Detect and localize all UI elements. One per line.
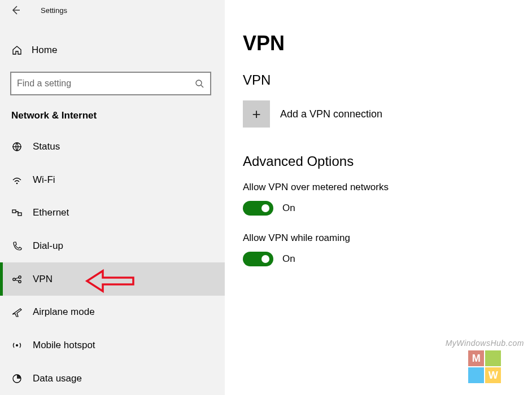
add-vpn-label: Add a VPN connection — [270, 108, 382, 120]
sub-title: VPN — [243, 72, 532, 88]
toggle-roaming-state: On — [273, 253, 295, 265]
svg-rect-5 — [12, 210, 16, 213]
svg-point-12 — [16, 344, 18, 346]
airplane-icon — [11, 306, 27, 318]
plus-icon: + — [243, 100, 270, 128]
toggle-metered-state: On — [273, 203, 295, 214]
nav-ethernet[interactable]: Ethernet — [0, 196, 225, 230]
nav-wifi[interactable]: Wi-Fi — [0, 163, 225, 196]
section-header: Network & Internet — [0, 95, 225, 130]
opt-roaming-label: Allow VPN while roaming — [243, 232, 532, 244]
nav-hotspot[interactable]: Mobile hotspot — [0, 329, 225, 362]
search-box[interactable] — [10, 72, 211, 95]
nav-status[interactable]: Status — [0, 130, 225, 164]
home-icon — [10, 45, 24, 56]
nav-label: Airplane mode — [27, 306, 95, 318]
svg-line-10 — [15, 278, 19, 279]
ethernet-icon — [11, 207, 27, 218]
window-title: Settings — [25, 6, 67, 15]
nav-label: Mobile hotspot — [27, 340, 95, 351]
svg-point-9 — [19, 280, 21, 282]
opt-metered-label: Allow VPN over metered networks — [243, 182, 532, 193]
back-arrow-icon — [11, 5, 21, 15]
sidebar: Settings Home Network & Internet Status — [0, 0, 225, 395]
nav-label: Dial-up — [27, 240, 63, 252]
add-vpn-button[interactable]: + Add a VPN connection — [243, 100, 532, 128]
advanced-header: Advanced Options — [243, 153, 532, 169]
back-button[interactable] — [7, 2, 25, 18]
home-label: Home — [24, 45, 57, 56]
toggle-roaming[interactable] — [243, 252, 273, 266]
wifi-icon — [11, 174, 27, 186]
datausage-icon — [11, 373, 27, 384]
search-input[interactable] — [17, 78, 194, 89]
dialup-icon — [11, 240, 27, 252]
titlebar: Settings — [0, 2, 225, 18]
search-icon — [194, 79, 204, 88]
main-content: VPN VPN + Add a VPN connection Advanced … — [225, 0, 532, 395]
svg-point-4 — [16, 182, 18, 184]
nav-airplane[interactable]: Airplane mode — [0, 296, 225, 329]
nav-label: VPN — [27, 274, 53, 285]
nav-vpn[interactable]: VPN — [0, 262, 225, 296]
page-title: VPN — [243, 32, 532, 55]
nav-datausage[interactable]: Data usage — [0, 362, 225, 395]
svg-point-0 — [196, 80, 202, 86]
svg-line-11 — [15, 280, 19, 281]
toggle-metered[interactable] — [243, 201, 273, 216]
svg-point-7 — [13, 278, 15, 280]
home-nav[interactable]: Home — [0, 34, 225, 67]
svg-point-8 — [19, 275, 21, 278]
nav-label: Status — [27, 141, 60, 152]
nav-label: Data usage — [27, 373, 82, 384]
hotspot-icon — [11, 340, 27, 351]
nav-label: Wi-Fi — [27, 174, 55, 186]
vpn-icon — [11, 274, 27, 285]
status-icon — [11, 141, 27, 152]
nav-dialup[interactable]: Dial-up — [0, 230, 225, 263]
svg-rect-6 — [18, 213, 21, 216]
nav-label: Ethernet — [27, 207, 69, 218]
svg-line-1 — [201, 85, 203, 87]
